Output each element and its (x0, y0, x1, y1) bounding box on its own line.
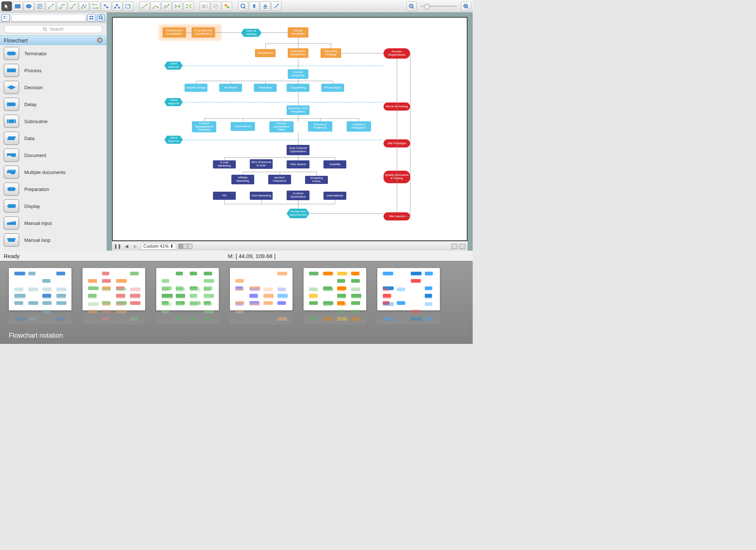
node-pr[interactable]: PR (213, 192, 236, 200)
node-intranet[interactable]: Intranet Syndication/ Wikis (269, 121, 294, 132)
stamp-tool[interactable] (260, 1, 270, 11)
path-tool-1[interactable] (139, 1, 150, 11)
search-placeholder: Search (49, 27, 63, 32)
node-viral[interactable]: Viral Marketing (250, 192, 273, 200)
node-auction[interactable]: Auction/ Clearance (268, 175, 291, 184)
node-copywriting[interactable]: Copywriting (287, 84, 309, 92)
node-approve[interactable]: Client Approve (164, 98, 183, 106)
gallery-thumb-5[interactable] (377, 268, 440, 324)
text-tool[interactable] (35, 1, 45, 11)
shape-item-multidoc[interactable]: Multiple documents (0, 164, 106, 181)
node-content_synd[interactable]: Content Syndication (287, 191, 309, 200)
svg-rect-52 (4, 16, 5, 17)
align-h-tool[interactable] (172, 1, 183, 11)
shape-item-decision[interactable]: Decision (0, 79, 106, 96)
ellipse-tool[interactable] (24, 1, 34, 11)
gallery-thumb-4[interactable] (304, 268, 366, 324)
connector-4[interactable] (79, 1, 89, 11)
pause-icon[interactable]: ❚❚ (114, 243, 121, 250)
node-content_assembly[interactable]: Content Assembly (288, 69, 308, 79)
insert-tool[interactable] (123, 1, 133, 11)
prev-page-button[interactable]: ◀ (123, 243, 130, 250)
zoom-in-button[interactable] (461, 1, 471, 11)
group-tool-3[interactable] (222, 1, 232, 11)
node-animation[interactable]: Animation (254, 84, 277, 92)
node-marketing[interactable]: Marketing Strategy (321, 48, 341, 58)
node-wireframes[interactable]: Wireframes (255, 49, 276, 57)
shape-item-manualinput[interactable]: Manual input (0, 215, 106, 232)
node-affiliate[interactable]: Affiliate Marketing (231, 175, 254, 184)
pan-tool[interactable] (249, 1, 259, 11)
distribute-tool[interactable] (183, 1, 194, 11)
svg-rect-169 (277, 317, 287, 321)
node-goal[interactable]: Goal Channel Optimization (287, 145, 309, 155)
node-paid[interactable]: Paid Search (287, 160, 309, 168)
path-tool-2[interactable] (150, 1, 161, 11)
zoom-tool[interactable] (238, 1, 248, 11)
node-analytics[interactable]: Analytics/ Intelligence (347, 121, 371, 132)
node-international[interactable]: International (323, 192, 346, 200)
zoom-level-select[interactable]: Custom 41%▲▼ (141, 243, 176, 250)
connector-3[interactable] (68, 1, 78, 11)
connector-1[interactable] (46, 1, 56, 11)
shape-search-input[interactable]: Search (4, 25, 103, 33)
node-domain[interactable]: Domain Registrations (384, 48, 410, 59)
section-close-icon[interactable]: ✕ (97, 37, 103, 43)
pointer-tool[interactable] (1, 1, 12, 11)
node-design_templates[interactable]: Design Templates (288, 27, 308, 38)
outline-tab-icon[interactable] (1, 14, 10, 21)
shape-item-process[interactable]: Process (0, 62, 106, 79)
zoom-out-button[interactable] (406, 1, 417, 11)
eyedropper-tool[interactable] (271, 1, 281, 11)
shape-item-preparation[interactable]: Preparation (0, 181, 106, 198)
grid-view-icon[interactable] (87, 14, 95, 21)
node-photography[interactable]: Photography (321, 84, 344, 92)
layout-mode-buttons[interactable] (178, 244, 192, 249)
drawing-canvas[interactable]: Meeting and ConsultationProposal and Spe… (112, 17, 468, 241)
group-tool-1[interactable] (200, 1, 210, 11)
node-cms[interactable]: Content Management/ Database (192, 121, 216, 132)
next-page-button[interactable]: ▶ (132, 243, 139, 250)
node-approve[interactable]: Client Approve (164, 62, 183, 70)
shape-item-delay[interactable]: Delay (0, 96, 106, 113)
node-inventory[interactable]: Inventory/ Fulfilment (308, 121, 332, 132)
gallery-thumb-1[interactable] (83, 268, 145, 324)
node-graphic[interactable]: Graphic Design (185, 84, 207, 92)
node-meeting[interactable]: Meeting and Consultation (162, 27, 186, 38)
panel-filter-input[interactable] (11, 14, 86, 21)
shape-item-data[interactable]: Data (0, 130, 106, 147)
shape-item-display[interactable]: Display (0, 198, 106, 215)
connector-2[interactable] (57, 1, 67, 11)
gallery-thumb-2[interactable] (156, 268, 219, 324)
node-seo[interactable]: SEO-Keywords & code (250, 159, 273, 169)
zoom-slider[interactable] (420, 6, 457, 7)
node-info_arch[interactable]: Information Architecture (288, 48, 308, 58)
gallery-thumb-0[interactable] (9, 268, 71, 324)
svg-line-51 (467, 7, 468, 8)
node-review[interactable]: Review and Approvement (287, 209, 309, 218)
fit-button-2[interactable] (459, 244, 465, 249)
connector-5[interactable] (90, 1, 100, 11)
node-usability[interactable]: Usability (323, 160, 346, 168)
shape-item-manualloop[interactable]: Manual loop (0, 232, 106, 248)
node-email[interactable]: E-mail Marketing (213, 160, 236, 168)
shape-item-document[interactable]: Document (0, 147, 106, 164)
rect-tool[interactable] (13, 1, 23, 11)
node-ecommerce[interactable]: eCommerce (231, 122, 255, 131)
node-kickoff[interactable]: Kick-off meeting (241, 29, 262, 37)
gallery-thumb-3[interactable] (230, 268, 293, 324)
node-shopping[interactable]: Shopping Feeds (305, 176, 328, 184)
group-tool-2[interactable] (211, 1, 221, 11)
connector-6[interactable] (101, 1, 111, 11)
search-tab-icon[interactable] (97, 14, 105, 21)
fit-button-1[interactable] (451, 244, 457, 249)
shape-item-subroutine[interactable]: Subroutine (0, 113, 106, 130)
node-approve[interactable]: Client Approve (164, 136, 183, 144)
shape-item-terminator[interactable]: Terminator (0, 45, 106, 62)
node-biz_tools[interactable]: Business Tools Integration (287, 105, 309, 115)
section-header-flowchart[interactable]: Flowchart ✕ (0, 35, 106, 45)
path-tool-3[interactable] (161, 1, 172, 11)
node-proposal[interactable]: Proposal and Specification (192, 27, 215, 38)
connector-7[interactable] (112, 1, 122, 11)
node-artworks[interactable]: Art Works (219, 84, 242, 92)
